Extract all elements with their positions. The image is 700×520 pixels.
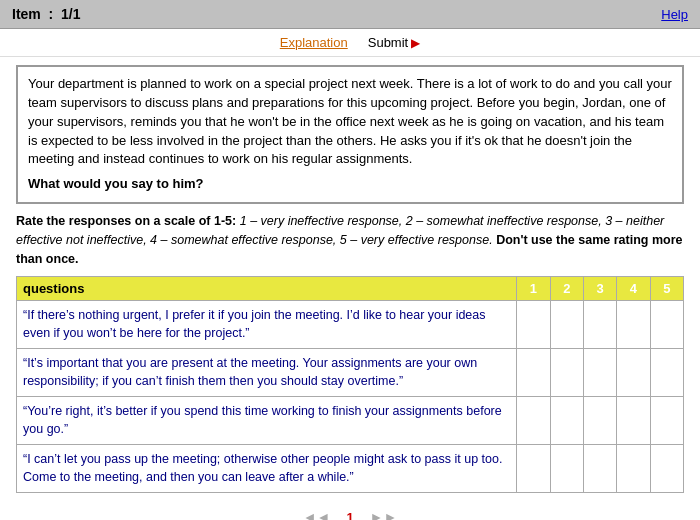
rating-cell-r4-c4[interactable]	[617, 445, 650, 493]
rating-cell-r1-c3[interactable]	[583, 301, 616, 349]
table-row: “I can’t let you pass up the meeting; ot…	[17, 445, 684, 493]
header: Item : 1/1 Help	[0, 0, 700, 29]
submit-label: Submit	[368, 35, 408, 50]
rating-cell-r3-c3[interactable]	[583, 397, 616, 445]
help-link[interactable]: Help	[661, 7, 688, 22]
submit-link[interactable]: Submit ▶	[368, 35, 420, 50]
rating-cell-r4-c5[interactable]	[650, 445, 683, 493]
scenario-text: Your department is planned to work on a …	[28, 76, 672, 166]
explanation-link[interactable]: Explanation	[280, 35, 348, 50]
rating-cell-r2-c1[interactable]	[517, 349, 550, 397]
response-table: questions 1 2 3 4 5 “If there’s nothing …	[16, 276, 684, 493]
col-header-5: 5	[650, 277, 683, 301]
rating-cell-r2-c5[interactable]	[650, 349, 683, 397]
rating-cell-r3-c5[interactable]	[650, 397, 683, 445]
response-text-4: “I can’t let you pass up the meeting; ot…	[17, 445, 517, 493]
rating-cell-r4-c1[interactable]	[517, 445, 550, 493]
rating-cell-r1-c4[interactable]	[617, 301, 650, 349]
pagination: ◄◄ 1 ►►	[0, 501, 700, 520]
rating-cell-r1-c2[interactable]	[550, 301, 583, 349]
next-arrow[interactable]: ►►	[370, 509, 398, 520]
scenario-question: What would you say to him?	[28, 175, 672, 194]
prev-arrow[interactable]: ◄◄	[303, 509, 331, 520]
rating-cell-r2-c4[interactable]	[617, 349, 650, 397]
rating-prefix: Rate the responses on a scale of 1-5:	[16, 214, 240, 228]
navbar: Explanation Submit ▶	[0, 29, 700, 57]
submit-arrow: ▶	[411, 36, 420, 50]
response-text-1: “If there’s nothing urgent, I prefer it …	[17, 301, 517, 349]
item-counter: Item : 1/1	[12, 6, 81, 22]
rating-instruction: Rate the responses on a scale of 1-5: 1 …	[16, 212, 684, 268]
scenario-box: Your department is planned to work on a …	[16, 65, 684, 204]
col-header-2: 2	[550, 277, 583, 301]
item-value: 1/1	[61, 6, 80, 22]
rating-cell-r1-c5[interactable]	[650, 301, 683, 349]
table-row: “It’s important that you are present at …	[17, 349, 684, 397]
current-page: 1	[346, 510, 353, 520]
rating-cell-r3-c2[interactable]	[550, 397, 583, 445]
table-header-row: questions 1 2 3 4 5	[17, 277, 684, 301]
rating-cell-r4-c3[interactable]	[583, 445, 616, 493]
response-text-3: “You’re right, it’s better if you spend …	[17, 397, 517, 445]
col-header-questions: questions	[17, 277, 517, 301]
rating-cell-r2-c2[interactable]	[550, 349, 583, 397]
rating-cell-r3-c4[interactable]	[617, 397, 650, 445]
table-row: “You’re right, it’s better if you spend …	[17, 397, 684, 445]
table-row: “If there’s nothing urgent, I prefer it …	[17, 301, 684, 349]
response-text-2: “It’s important that you are present at …	[17, 349, 517, 397]
rating-cell-r2-c3[interactable]	[583, 349, 616, 397]
rating-cell-r4-c2[interactable]	[550, 445, 583, 493]
col-header-4: 4	[617, 277, 650, 301]
col-header-3: 3	[583, 277, 616, 301]
item-label: Item	[12, 6, 41, 22]
rating-cell-r3-c1[interactable]	[517, 397, 550, 445]
rating-cell-r1-c1[interactable]	[517, 301, 550, 349]
col-header-1: 1	[517, 277, 550, 301]
